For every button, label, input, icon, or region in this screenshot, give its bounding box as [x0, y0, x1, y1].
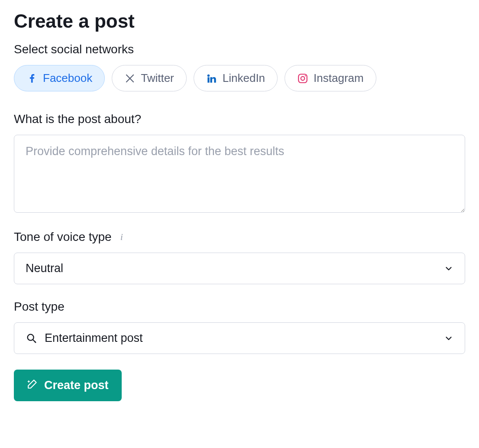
info-icon[interactable]: i: [117, 232, 126, 242]
tone-select[interactable]: Neutral: [14, 253, 465, 284]
tone-label-text: Tone of voice type: [14, 230, 112, 244]
linkedin-icon: [206, 73, 217, 84]
network-chip-label: LinkedIn: [223, 71, 265, 85]
facebook-icon: [26, 73, 38, 84]
svg-point-2: [305, 75, 306, 76]
chevron-down-icon: [444, 334, 453, 343]
tone-section: Tone of voice type i Neutral: [14, 230, 465, 284]
post-type-select[interactable]: Entertainment post: [14, 322, 465, 354]
instagram-icon: [297, 73, 308, 84]
create-post-button[interactable]: Create post: [14, 370, 122, 401]
network-chip-instagram[interactable]: Instagram: [285, 65, 376, 91]
magic-wand-icon: [27, 378, 38, 393]
x-icon: [124, 73, 136, 84]
network-chip-label: Instagram: [314, 71, 364, 85]
svg-point-5: [35, 341, 36, 342]
post-type-label: Post type: [14, 300, 465, 314]
create-post-button-label: Create post: [44, 379, 109, 392]
chevron-down-icon: [444, 264, 453, 273]
networks-section: Select social networks Facebook Twitter …: [14, 42, 465, 91]
about-textarea[interactable]: [14, 135, 465, 213]
about-section: What is the post about?: [14, 112, 465, 214]
networks-row: Facebook Twitter LinkedIn Instagram: [14, 65, 465, 91]
tone-select-value: Neutral: [26, 262, 437, 275]
network-chip-label: Facebook: [43, 71, 92, 85]
svg-point-1: [301, 76, 305, 80]
magnify-sparkle-icon: [26, 332, 38, 344]
svg-point-3: [28, 334, 34, 340]
about-label: What is the post about?: [14, 112, 465, 126]
network-chip-linkedin[interactable]: LinkedIn: [194, 65, 278, 91]
networks-label: Select social networks: [14, 42, 465, 56]
page-title: Create a post: [14, 10, 465, 32]
network-chip-label: Twitter: [141, 71, 174, 85]
network-chip-facebook[interactable]: Facebook: [14, 65, 105, 91]
post-type-section: Post type Entertainment post: [14, 300, 465, 354]
network-chip-twitter[interactable]: Twitter: [112, 65, 187, 91]
post-type-select-value: Entertainment post: [45, 331, 437, 345]
tone-label: Tone of voice type i: [14, 230, 465, 244]
